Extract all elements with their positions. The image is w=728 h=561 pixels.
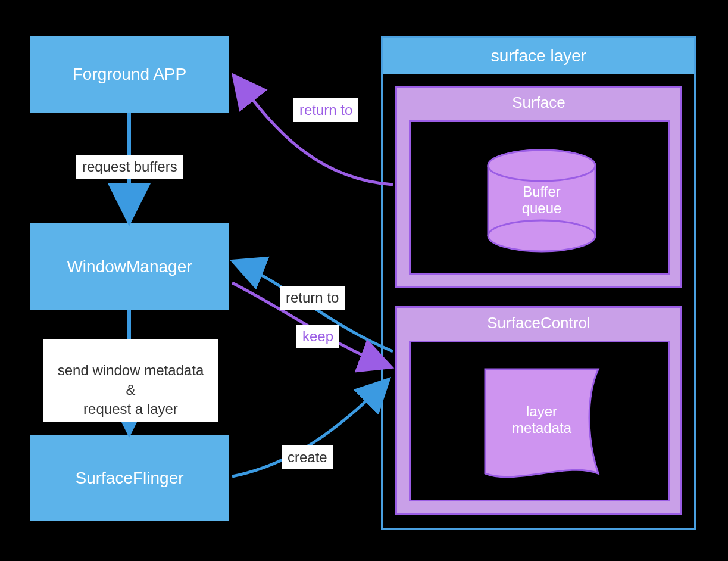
layer-metadata-label: layer metadata (482, 403, 601, 437)
keep-text: keep (302, 328, 333, 344)
edge-label-request-buffers: request buffers (76, 155, 183, 179)
surface-layer-label: surface layer (491, 46, 586, 65)
edge-label-keep: keep (296, 325, 339, 348)
return-to-2-text: return to (286, 289, 339, 306)
create-text: create (288, 449, 327, 465)
layer-metadata-shape: layer metadata (482, 366, 601, 479)
edge-label-send-window: send window metadata & request a layer (43, 339, 218, 422)
svg-point-5 (488, 150, 595, 181)
surface-inner: Buffer queue (409, 120, 670, 275)
surface-flinger-node: SurfaceFlinger (30, 435, 229, 521)
edge-label-return-to-2: return to (280, 286, 345, 310)
surface-control-header: SurfaceControl (397, 308, 680, 341)
surface-label: Surface (512, 94, 565, 111)
surface-panel: Surface Buffer queue (395, 86, 682, 288)
buffer-queue-cylinder: Buffer queue (485, 149, 598, 253)
surface-layer-header: surface layer (383, 38, 694, 74)
surface-control-label: SurfaceControl (487, 314, 590, 332)
svg-point-2 (488, 220, 595, 251)
return-to-1-text: return to (299, 102, 352, 118)
surface-layer-container: surface layer Surface Buffer queue (381, 36, 696, 530)
window-manager-node: WindowManager (30, 223, 229, 310)
foreground-app-node: Forground APP (30, 36, 229, 113)
surface-flinger-label: SurfaceFlinger (75, 469, 183, 488)
foreground-app-label: Forground APP (73, 65, 186, 84)
surface-control-inner: layer metadata (409, 341, 670, 501)
surface-control-panel: SurfaceControl layer metadata (395, 306, 682, 515)
window-manager-label: WindowManager (67, 257, 192, 276)
send-window-text: send window metadata & request a layer (58, 362, 204, 417)
buffer-queue-label: Buffer queue (485, 183, 598, 217)
edge-label-return-to-1: return to (293, 98, 358, 122)
edge-label-create: create (282, 445, 333, 469)
request-buffers-text: request buffers (82, 158, 177, 174)
surface-panel-header: Surface (397, 88, 680, 120)
